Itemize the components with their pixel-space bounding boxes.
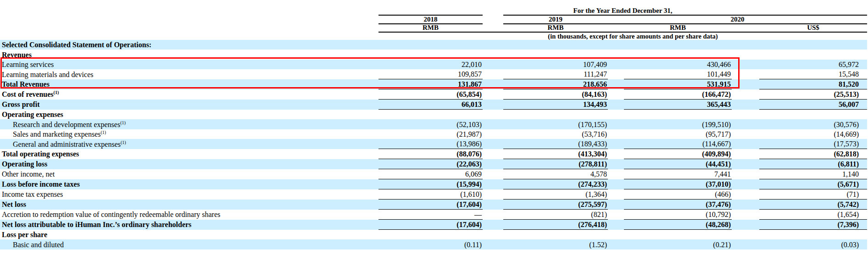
value-2018-rmb: (13,986) — [378, 139, 483, 149]
table-row: Learning materials and devices109,857111… — [0, 69, 867, 79]
column-gap — [608, 40, 624, 50]
currency-2019-rmb: RMB — [503, 24, 608, 32]
value-2019-rmb: 134,493 — [503, 100, 608, 110]
value-2020-usd: (1,654) — [759, 210, 867, 220]
column-gap — [312, 220, 378, 230]
row-label-text: Learning materials and devices — [2, 71, 93, 78]
value-2020-usd: (14,669) — [759, 129, 867, 139]
table-row: Accretion to redemption value of conting… — [0, 210, 867, 220]
column-gap — [608, 79, 624, 89]
column-gap — [312, 89, 378, 100]
value-2020-usd: (5,742) — [759, 200, 867, 210]
row-label-text: Learning services — [2, 61, 54, 68]
value-2018-rmb — [378, 50, 483, 60]
column-gap — [732, 220, 759, 230]
footnote-ref: (1) — [121, 139, 126, 144]
column-gap — [483, 129, 503, 139]
column-gap — [732, 24, 759, 32]
column-gap — [483, 24, 503, 32]
row-label: Total Revenues — [0, 79, 312, 89]
column-gap — [732, 89, 759, 100]
value-2018-rmb: (15,994) — [378, 179, 483, 189]
column-gap — [732, 40, 759, 50]
column-gap — [732, 210, 759, 220]
value-2019-rmb: (276,418) — [503, 220, 608, 230]
units-note: (in thousands, except for share amounts … — [378, 32, 867, 40]
column-gap — [483, 69, 503, 79]
column-gap — [312, 69, 378, 79]
row-label: Selected Consolidated Statement of Opera… — [0, 40, 312, 50]
column-gap — [483, 110, 503, 120]
value-2018-rmb: (52,103) — [378, 119, 483, 129]
column-gap — [312, 100, 378, 110]
row-label: Net loss — [0, 200, 312, 210]
footnote-ref: (1) — [54, 90, 59, 95]
row-label-text: Gross profit — [2, 100, 40, 108]
value-2018-rmb — [378, 40, 483, 50]
column-gap — [608, 100, 624, 110]
value-2020-usd: (7,396) — [759, 220, 867, 230]
row-label: Cost of revenues(1) — [0, 89, 312, 100]
currency-2020-usd: US$ — [759, 24, 867, 32]
table-row: Other income, net6,0694,5787,4411,140 — [0, 169, 867, 179]
value-2018-rmb: (17,604) — [378, 200, 483, 210]
row-label: Loss before income taxes — [0, 179, 312, 189]
value-2020-rmb: (0.21) — [624, 239, 732, 249]
footnote-ref: (1) — [101, 130, 106, 135]
value-2019-rmb: (278,811) — [503, 159, 608, 169]
column-gap — [608, 159, 624, 169]
row-label-text: Net loss attributable to iHuman Inc.’s o… — [2, 221, 191, 228]
column-gap — [732, 169, 759, 179]
value-2018-rmb: (88,076) — [378, 149, 483, 159]
value-2019-rmb: (189,433) — [503, 139, 608, 149]
column-gap — [483, 239, 503, 249]
column-gap — [732, 139, 759, 149]
value-2019-rmb — [503, 230, 608, 240]
column-gap — [732, 69, 759, 79]
column-gap — [732, 159, 759, 169]
value-2018-rmb: 22,010 — [378, 60, 483, 70]
row-label: General and administrative expenses(1) — [0, 139, 312, 149]
value-2018-rmb: 6,069 — [378, 169, 483, 179]
value-2018-rmb — [378, 230, 483, 240]
column-gap — [608, 220, 624, 230]
value-2020-usd — [759, 40, 867, 50]
column-gap — [312, 210, 378, 220]
value-2019-rmb: 4,578 — [503, 169, 608, 179]
column-gap — [608, 50, 624, 60]
value-2020-rmb: (44,451) — [624, 159, 732, 169]
row-label-text: Income tax expenses — [2, 190, 63, 198]
column-gap — [312, 159, 378, 169]
row-label: Other income, net — [0, 169, 312, 179]
column-gap — [608, 139, 624, 149]
column-gap — [608, 179, 624, 189]
value-2020-rmb: (166,472) — [624, 89, 732, 100]
column-gap — [483, 119, 503, 129]
header-spacer — [0, 15, 378, 24]
row-label-text: Revenues — [2, 51, 32, 59]
value-2020-rmb: 101,449 — [624, 69, 732, 79]
statement-of-operations-table: For the Year Ended December 31, 2018 201… — [0, 0, 867, 249]
value-2018-rmb: 109,857 — [378, 69, 483, 79]
column-gap — [483, 139, 503, 149]
column-gap — [483, 189, 503, 200]
row-label: Research and development expenses(1) — [0, 119, 312, 129]
value-2020-rmb: 531,915 — [624, 79, 732, 89]
header-spacer — [0, 0, 378, 15]
column-gap — [732, 110, 759, 120]
column-gap — [608, 169, 624, 179]
year-header-row: 2018 2019 2020 — [0, 15, 867, 24]
column-gap — [608, 24, 624, 32]
value-2018-rmb — [378, 110, 483, 120]
table-header: For the Year Ended December 31, 2018 201… — [0, 0, 867, 40]
value-2019-rmb — [503, 110, 608, 120]
row-label-text: Total Revenues — [2, 80, 50, 88]
value-2020-rmb: (199,510) — [624, 119, 732, 129]
column-gap — [312, 50, 378, 60]
value-2020-usd: 81,520 — [759, 79, 867, 89]
table-row: Sales and marketing expenses(1)(21,987)(… — [0, 129, 867, 139]
value-2018-rmb: — — [378, 210, 483, 220]
row-label: Accretion to redemption value of conting… — [0, 210, 312, 220]
value-2020-rmb: 7,441 — [624, 169, 732, 179]
value-2020-rmb — [624, 40, 732, 50]
